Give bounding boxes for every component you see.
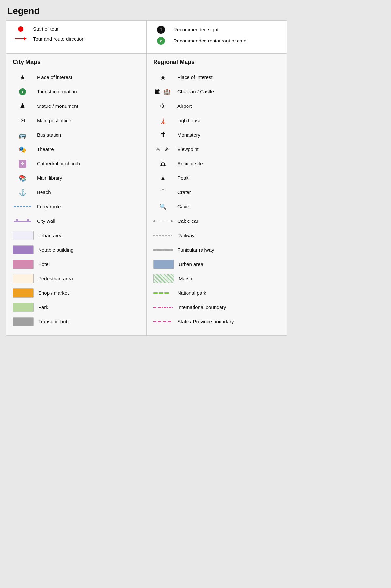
ancient-site-label: Ancient site <box>177 160 203 167</box>
lighthouse-label: Lighthouse <box>177 117 201 124</box>
cave-label: Cave <box>177 204 189 210</box>
railway-label: Railway <box>177 232 195 239</box>
list-item: Notable building <box>13 243 140 257</box>
recommended-restaurant-row: 2 Recommended restaurant or café <box>153 37 280 45</box>
city-wall-label: City wall <box>37 218 55 224</box>
recommended-restaurant-label: Recommended restaurant or café <box>173 38 246 44</box>
list-item: ⚓ Beach <box>13 185 140 200</box>
list-item: ✝ Monastery <box>153 128 280 142</box>
crater-icon: ⌒ <box>153 188 173 196</box>
start-of-tour-row: Start of tour <box>13 26 140 32</box>
envelope-icon: ✉ <box>13 117 32 124</box>
list-item: 🗼 Lighthouse <box>153 113 280 128</box>
theatre-label: Theatre <box>37 146 54 153</box>
theatre-icon: 🎭 <box>13 146 32 153</box>
cable-car-label: Cable car <box>177 218 198 224</box>
state-boundary-icon <box>153 320 173 323</box>
tourist-info-icon: i <box>13 88 32 95</box>
regional-urban-label: Urban area <box>179 261 203 268</box>
library-icon: 📚 <box>13 174 32 182</box>
list-item: City wall <box>13 214 140 228</box>
list-item: ⌒ Crater <box>153 185 280 200</box>
castle-label: Chateau / Castle <box>177 89 214 95</box>
hotel-label: Hotel <box>38 261 50 268</box>
regional-maps-section: Regional Maps ★ Place of interest 🏛 🏰 Ch… <box>147 54 287 335</box>
shop-market-icon <box>13 288 34 298</box>
peak-label: Peak <box>177 175 188 181</box>
city-wall-icon <box>13 220 32 222</box>
list-item: ★ Place of interest <box>13 70 140 85</box>
list-item: Funicular railway <box>153 243 280 257</box>
state-boundary-label: State / Province boundary <box>177 318 234 325</box>
list-item: 📚 Main library <box>13 171 140 185</box>
marsh-icon <box>153 274 174 283</box>
place-of-interest-label: Place of interest <box>37 74 72 81</box>
list-item: State / Province boundary <box>153 315 280 329</box>
list-item: 🏛 🏰 Chateau / Castle <box>153 85 280 99</box>
international-boundary-label: International boundary <box>177 304 226 311</box>
main-section: City Maps ★ Place of interest i Tourist … <box>6 54 287 336</box>
urban-area-label: Urban area <box>38 232 63 239</box>
international-boundary-icon <box>153 306 173 309</box>
post-office-label: Main post office <box>37 117 71 124</box>
ferry-route-icon <box>13 206 32 207</box>
airport-label: Airport <box>177 103 192 109</box>
funicular-label: Funicular railway <box>177 247 214 253</box>
page-title: Legend <box>6 6 287 16</box>
ferry-route-label: Ferry route <box>37 204 61 210</box>
regional-urban-icon <box>153 260 174 269</box>
shop-market-label: Shop / market <box>38 290 69 296</box>
recommended-sight-row: 1 Recommended sight <box>153 26 280 34</box>
list-item: International boundary <box>153 300 280 315</box>
number-2-icon: 2 <box>153 37 169 45</box>
urban-area-icon <box>13 231 34 240</box>
list-item: i Tourist information <box>13 85 140 99</box>
list-item: Marsh <box>153 271 280 286</box>
header-left: Start of tour Tour and route direction <box>6 21 147 53</box>
notable-building-label: Notable building <box>38 247 73 253</box>
monastery-cross-icon: ✝ <box>153 131 173 139</box>
library-label: Main library <box>37 175 62 181</box>
bus-icon: 🚌 <box>13 131 32 139</box>
bus-station-label: Bus station <box>37 132 61 138</box>
ancient-site-icon: ⁂ <box>153 160 173 167</box>
marsh-label: Marsh <box>179 275 192 282</box>
header-right: 1 Recommended sight 2 Recommended restau… <box>147 21 287 53</box>
cable-car-icon <box>153 220 173 222</box>
park-label: Park <box>38 304 48 311</box>
pedestrian-area-label: Pedestrian area <box>38 275 73 282</box>
beach-icon: ⚓ <box>13 188 32 196</box>
monastery-label: Monastery <box>177 132 200 138</box>
list-item: ✳ ✳ Viewpoint <box>153 142 280 156</box>
start-of-tour-label: Start of tour <box>33 26 58 32</box>
national-park-label: National park <box>177 290 206 296</box>
park-icon <box>13 303 34 312</box>
statue-icon: ♟ <box>13 102 32 110</box>
list-item: Transport hub <box>13 315 140 329</box>
tour-direction-label: Tour and route direction <box>33 36 85 42</box>
tourist-info-label: Tourist information <box>37 89 77 95</box>
peak-icon: ▲ <box>153 175 173 182</box>
list-item: Hotel <box>13 257 140 271</box>
pedestrian-area-icon <box>13 274 34 283</box>
transport-hub-icon <box>13 317 34 326</box>
star-icon: ★ <box>13 74 32 81</box>
viewpoint-icon: ✳ ✳ <box>153 146 173 153</box>
list-item: Urban area <box>13 228 140 243</box>
header-section: Start of tour Tour and route direction 1… <box>6 20 287 54</box>
railway-icon <box>153 234 173 237</box>
beach-label: Beach <box>37 189 51 196</box>
city-maps-section: City Maps ★ Place of interest i Tourist … <box>6 54 147 335</box>
list-item: Pedestrian area <box>13 271 140 286</box>
list-item: ✉ Main post office <box>13 113 140 128</box>
list-item: Urban area <box>153 257 280 271</box>
funicular-icon <box>153 248 173 252</box>
list-item: Park <box>13 300 140 315</box>
national-park-icon <box>153 292 173 294</box>
crater-label: Crater <box>177 189 191 196</box>
city-maps-title: City Maps <box>13 59 140 66</box>
list-item: ✈ Airport <box>153 99 280 113</box>
castle-icon: 🏛 🏰 <box>153 88 173 95</box>
red-arrow-icon <box>13 38 28 39</box>
list-item: Cable car <box>153 214 280 228</box>
